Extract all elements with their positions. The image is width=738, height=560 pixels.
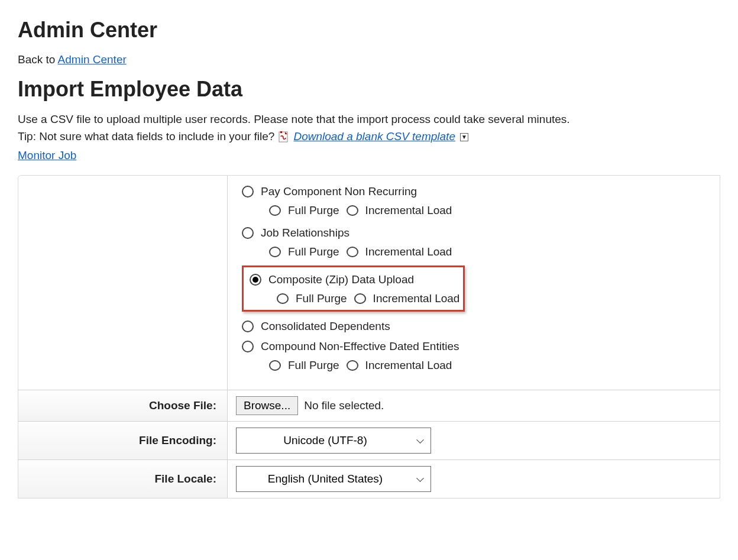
entity-radio[interactable] [242, 186, 254, 198]
page-title: Import Employee Data [18, 77, 720, 102]
entity-label: Pay Component Non Recurring [261, 185, 417, 198]
file-locale-select[interactable]: English (United States) [236, 466, 431, 492]
incremental-load-label: Incremental Load [365, 204, 452, 217]
full-purge-radio[interactable] [269, 205, 281, 216]
file-locale-label: File Locale: [18, 460, 228, 498]
incremental-load-radio[interactable] [347, 247, 358, 257]
file-encoding-select[interactable]: Unicode (UTF-8) [236, 428, 431, 454]
import-form: Pay Component Non RecurringFull PurgeInc… [18, 175, 720, 499]
entity-options-list: Pay Component Non RecurringFull PurgeInc… [236, 179, 465, 380]
options-label-col [18, 176, 228, 390]
entity-label: Compound Non-Effective Dated Entities [261, 340, 459, 353]
entity-radio[interactable] [250, 274, 261, 286]
download-template-link[interactable]: Download a blank CSV template [293, 128, 455, 145]
incremental-load-radio[interactable] [354, 293, 366, 304]
incremental-load-label: Incremental Load [373, 292, 460, 305]
breadcrumb: Back to Admin Center [18, 53, 720, 66]
entity-radio[interactable] [242, 321, 254, 332]
tip-text: Tip: Not sure what data fields to includ… [18, 128, 274, 145]
template-dropdown-icon[interactable] [460, 133, 468, 141]
intro-text: Use a CSV file to upload multiple user r… [18, 111, 720, 128]
file-status-text: No file selected. [304, 399, 384, 412]
entity-radio[interactable] [242, 227, 254, 239]
entity-label: Composite (Zip) Data Upload [268, 273, 414, 286]
incremental-load-radio[interactable] [347, 360, 358, 371]
monitor-job-link[interactable]: Monitor Job [18, 149, 76, 161]
file-encoding-label: File Encoding: [18, 422, 228, 459]
incremental-load-radio[interactable] [347, 205, 358, 216]
full-purge-label: Full Purge [288, 204, 339, 217]
entity-label: Consolidated Dependents [261, 320, 390, 333]
full-purge-label: Full Purge [288, 245, 339, 258]
back-admin-center-link[interactable]: Admin Center [58, 53, 127, 66]
choose-file-label: Choose File: [18, 390, 228, 421]
admin-center-heading: Admin Center [18, 18, 720, 43]
full-purge-radio[interactable] [269, 360, 281, 371]
pdf-icon [279, 131, 289, 143]
back-prefix: Back to [18, 53, 58, 66]
entity-radio[interactable] [242, 341, 254, 352]
full-purge-radio[interactable] [269, 247, 281, 257]
highlighted-option: Composite (Zip) Data UploadFull PurgeInc… [242, 266, 465, 312]
full-purge-label: Full Purge [288, 359, 339, 372]
full-purge-radio[interactable] [277, 293, 289, 304]
full-purge-label: Full Purge [296, 292, 347, 305]
entity-label: Job Relationships [261, 226, 349, 239]
browse-button[interactable]: Browse... [236, 396, 298, 415]
incremental-load-label: Incremental Load [365, 245, 452, 258]
incremental-load-label: Incremental Load [365, 359, 452, 372]
